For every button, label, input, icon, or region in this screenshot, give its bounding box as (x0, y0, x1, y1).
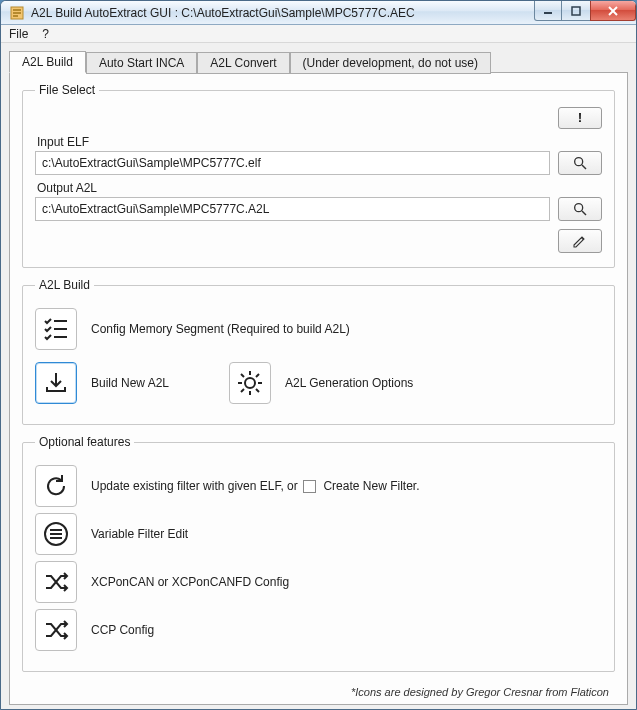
optional-features-group: Optional features Update existing filter… (22, 435, 615, 672)
download-icon (42, 369, 70, 397)
update-filter-button[interactable] (35, 465, 77, 507)
warning-button[interactable]: ! (558, 107, 602, 129)
shuffle-icon (42, 616, 70, 644)
create-new-filter-checkbox[interactable] (303, 480, 316, 493)
config-memory-label: Config Memory Segment (Required to build… (91, 322, 350, 336)
tab-auto-start-inca[interactable]: Auto Start INCA (86, 52, 197, 74)
xcp-config-button[interactable] (35, 561, 77, 603)
footer-credit: *Icons are designed by Gregor Cresnar fr… (22, 682, 615, 698)
maximize-icon (571, 6, 581, 16)
file-select-legend: File Select (35, 83, 99, 97)
ccp-config-button[interactable] (35, 609, 77, 651)
search-icon (572, 201, 588, 217)
edit-output-button[interactable] (558, 229, 602, 253)
browse-output-a2l-button[interactable] (558, 197, 602, 221)
svg-line-24 (256, 374, 259, 377)
svg-line-11 (582, 211, 586, 215)
close-button[interactable] (590, 1, 636, 21)
window-buttons (535, 1, 636, 21)
output-a2l-field[interactable] (35, 197, 550, 221)
maximize-button[interactable] (561, 1, 591, 21)
svg-rect-5 (572, 7, 580, 15)
svg-rect-2 (13, 12, 21, 14)
svg-point-8 (575, 158, 583, 166)
pencil-icon (572, 233, 588, 249)
client-area: A2L Build Auto Start INCA A2L Convert (U… (1, 43, 636, 709)
update-filter-label: Update existing filter with given ELF, o… (91, 479, 419, 493)
svg-rect-3 (13, 15, 18, 17)
shuffle-icon (42, 568, 70, 596)
a2l-build-legend: A2L Build (35, 278, 94, 292)
ccp-config-label: CCP Config (91, 623, 154, 637)
gear-icon (236, 369, 264, 397)
variable-filter-edit-label: Variable Filter Edit (91, 527, 188, 541)
browse-input-elf-button[interactable] (558, 151, 602, 175)
svg-line-9 (582, 165, 586, 169)
svg-point-17 (245, 378, 255, 388)
close-icon (607, 5, 619, 17)
svg-point-10 (575, 204, 583, 212)
minimize-button[interactable] (534, 1, 562, 21)
input-elf-label: Input ELF (37, 135, 602, 149)
svg-rect-4 (544, 12, 552, 14)
tab-a2l-convert[interactable]: A2L Convert (197, 52, 289, 74)
tab-a2l-build[interactable]: A2L Build (9, 51, 86, 73)
input-elf-field[interactable] (35, 151, 550, 175)
variable-filter-edit-button[interactable] (35, 513, 77, 555)
output-a2l-label: Output A2L (37, 181, 602, 195)
svg-rect-1 (13, 9, 21, 11)
svg-line-23 (256, 389, 259, 392)
titlebar[interactable]: A2L Build AutoExtract GUI : C:\AutoExtra… (1, 1, 636, 25)
checklist-icon (42, 315, 70, 343)
tab-strip: A2L Build Auto Start INCA A2L Convert (U… (9, 49, 628, 73)
config-memory-button[interactable] (35, 308, 77, 350)
menubar: File ? (1, 25, 636, 43)
build-new-a2l-button[interactable] (35, 362, 77, 404)
create-new-filter-label: Create New Filter. (323, 479, 419, 493)
svg-line-22 (241, 374, 244, 377)
warning-icon: ! (578, 111, 582, 125)
list-icon (42, 520, 70, 548)
tab-page-a2l-build: File Select ! Input ELF (9, 72, 628, 705)
file-select-group: File Select ! Input ELF (22, 83, 615, 268)
svg-line-25 (241, 389, 244, 392)
app-window: A2L Build AutoExtract GUI : C:\AutoExtra… (0, 0, 637, 710)
app-icon (9, 5, 25, 21)
tab-under-development[interactable]: (Under development, do not use) (290, 52, 491, 74)
search-icon (572, 155, 588, 171)
optional-features-legend: Optional features (35, 435, 134, 449)
menu-file[interactable]: File (9, 27, 28, 41)
refresh-icon (42, 472, 70, 500)
generation-options-label: A2L Generation Options (285, 376, 413, 390)
update-filter-text-prefix: Update existing filter with given ELF, o… (91, 479, 298, 493)
menu-help[interactable]: ? (42, 27, 49, 41)
xcp-config-label: XCPonCAN or XCPonCANFD Config (91, 575, 289, 589)
a2l-build-group: A2L Build Config Memory Segment (Require… (22, 278, 615, 425)
build-new-a2l-label: Build New A2L (91, 376, 169, 390)
generation-options-button[interactable] (229, 362, 271, 404)
minimize-icon (543, 6, 553, 16)
